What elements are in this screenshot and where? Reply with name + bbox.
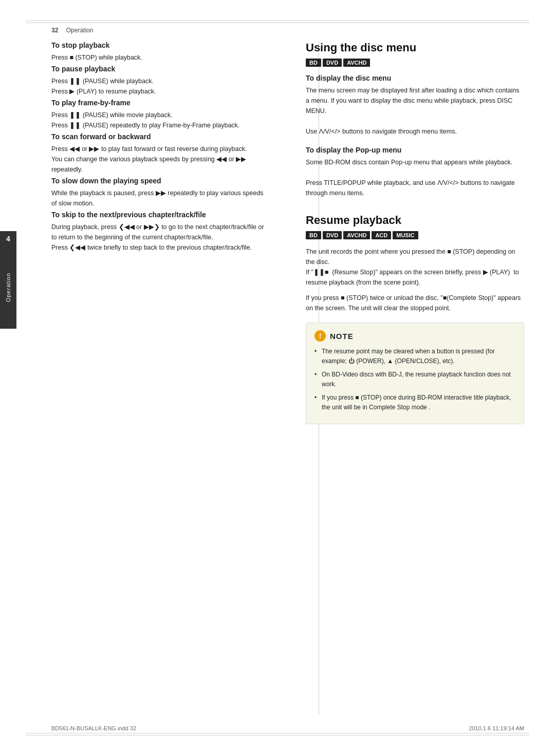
page-header: 32 Operation	[51, 27, 93, 34]
section-popup-menu: To display the Pop-up menu Some BD-ROM d…	[306, 146, 524, 198]
heading-stop-playback: To stop playback	[51, 41, 270, 49]
note-item-3: If you press ■ (STOP) once during BD-ROM…	[314, 393, 515, 412]
right-column: Using the disc menu BD DVD AVCHD To disp…	[301, 41, 524, 715]
left-column: To stop playback Press ■ (STOP) while pl…	[51, 41, 280, 715]
page-section-title: Operation	[66, 27, 94, 34]
section-resume-playback: Resume playback BD DVD AVCHD ACD MUSIC T…	[306, 214, 524, 424]
note-item-2: On BD-Video discs with BD-J, the resume …	[314, 370, 515, 389]
page: 32 Operation 4 Operation To stop playbac…	[0, 0, 555, 756]
bottom-border-outer	[26, 735, 529, 735]
resume-playback-title: Resume playback	[306, 214, 524, 227]
badge-resume-avchd: AVCHD	[343, 231, 370, 239]
section-frame-by-frame: To play frame-by-frame Press ❚❚ (PAUSE) …	[51, 99, 270, 130]
note-item-1: The resume point may be cleared when a b…	[314, 347, 515, 366]
section-disc-menu: Using the disc menu BD DVD AVCHD To disp…	[306, 41, 524, 198]
body-stop-playback: Press ■ (STOP) while playback.	[51, 52, 270, 63]
note-icon: !	[314, 330, 326, 342]
badge-dvd: DVD	[323, 59, 342, 67]
body-display-disc-menu: The menu screen may be displayed first a…	[306, 85, 524, 137]
top-border-outer	[26, 21, 529, 21]
body-slow-down: While the playback is paused, press ▶▶ r…	[51, 188, 270, 209]
section-skip-chapter: To skip to the next/previous chapter/tra…	[51, 211, 270, 253]
body-skip-chapter: During playback, press ❮◀◀ or ▶▶❯ to go …	[51, 222, 270, 253]
footer-right: 2010.1.6 11:19:14 AM	[469, 725, 524, 731]
body-popup-menu: Some BD-ROM discs contain Pop-up menu th…	[306, 157, 524, 198]
section-slow-down: To slow down the playing speed While the…	[51, 177, 270, 209]
note-title-row: ! NOTE	[314, 330, 515, 342]
side-tab: Operation	[0, 247, 16, 329]
top-border-inner	[26, 23, 529, 23]
section-display-disc-menu: To display the disc menu The menu screen…	[306, 74, 524, 137]
side-tab-label: Operation	[5, 273, 11, 302]
page-footer: BD561-N-BUSALLK-ENG.indd 32 2010.1.6 11:…	[51, 725, 524, 731]
heading-slow-down: To slow down the playing speed	[51, 177, 270, 185]
heading-popup-menu: To display the Pop-up menu	[306, 146, 524, 154]
heading-pause-playback: To pause playback	[51, 65, 270, 73]
badge-resume-music: MUSIC	[393, 231, 418, 239]
section-scan-forward-backward: To scan forward or backward Press ◀◀ or …	[51, 133, 270, 175]
page-number: 32	[51, 27, 58, 34]
badge-resume-acd: ACD	[372, 231, 391, 239]
main-content: To stop playback Press ■ (STOP) while pl…	[51, 41, 524, 715]
badge-bd: BD	[306, 59, 321, 67]
heading-frame-by-frame: To play frame-by-frame	[51, 99, 270, 107]
heading-skip-chapter: To skip to the next/previous chapter/tra…	[51, 211, 270, 219]
body-frame-by-frame: Press ❚❚ (PAUSE) while movie playback. P…	[51, 110, 270, 130]
bottom-border-inner	[26, 733, 529, 733]
heading-display-disc-menu: To display the disc menu	[306, 74, 524, 82]
heading-scan-forward-backward: To scan forward or backward	[51, 133, 270, 141]
resume-badges: BD DVD AVCHD ACD MUSIC	[306, 231, 524, 239]
badge-resume-dvd: DVD	[323, 231, 342, 239]
section-stop-playback: To stop playback Press ■ (STOP) while pl…	[51, 41, 270, 63]
body-scan-forward-backward: Press ◀◀ or ▶▶ to play fast forward or f…	[51, 144, 270, 175]
side-tab-number: 4	[0, 231, 16, 247]
body-pause-playback: Press ❚❚ (PAUSE) while playback. Press ▶…	[51, 76, 270, 97]
note-box: ! NOTE The resume point may be cleared w…	[306, 323, 524, 424]
note-list: The resume point may be cleared when a b…	[314, 347, 515, 412]
disc-menu-title: Using the disc menu	[306, 41, 524, 54]
section-pause-playback: To pause playback Press ❚❚ (PAUSE) while…	[51, 65, 270, 97]
badge-resume-bd: BD	[306, 231, 321, 239]
body-resume-1: The unit records the point where you pre…	[306, 247, 524, 288]
note-title: NOTE	[330, 332, 354, 341]
footer-left: BD561-N-BUSALLK-ENG.indd 32	[51, 725, 136, 731]
badge-avchd: AVCHD	[343, 59, 370, 67]
body-resume-2: If you press ■ (STOP) twice or unload th…	[306, 293, 524, 313]
disc-menu-badges: BD DVD AVCHD	[306, 59, 524, 67]
